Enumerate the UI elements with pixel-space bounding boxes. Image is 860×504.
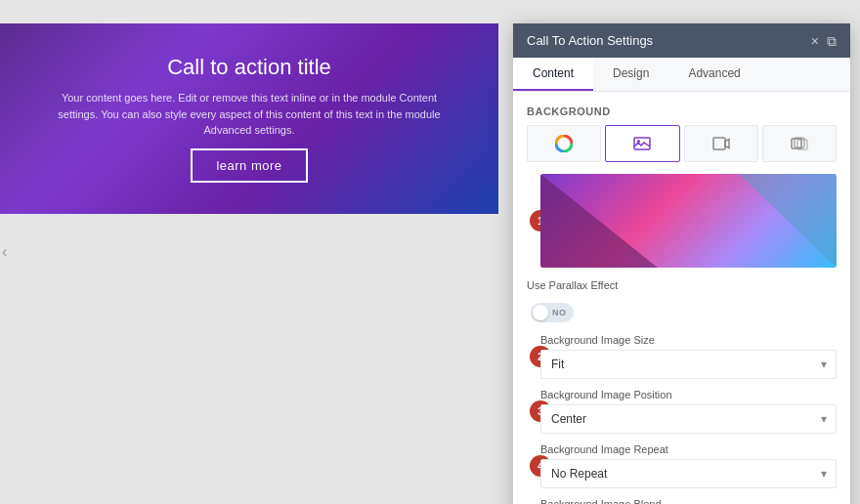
select-image-position[interactable]: Center Top Left Top Center Top Right Bot… (540, 404, 837, 434)
field-row-2: 2 Background Image Size Fit Cover Actual… (540, 334, 837, 379)
field-label-3: Background Image Position (540, 389, 837, 400)
field-label-4: Background Image Repeat (540, 443, 837, 455)
panel-body: Background 1 (513, 92, 850, 504)
bg-type-image[interactable] (605, 125, 679, 162)
cta-banner: Call to action title Your content goes h… (0, 23, 498, 214)
toggle-thumb (533, 305, 548, 320)
tab-design[interactable]: Design (593, 58, 668, 91)
tab-content[interactable]: Content (513, 58, 593, 91)
parallax-row: Use Parallax Effect (527, 279, 837, 291)
expand-icon[interactable]: ⧉ (827, 34, 837, 48)
bg-type-color[interactable] (527, 125, 601, 162)
select-image-repeat[interactable]: No Repeat Repeat Repeat X Repeat Y (540, 459, 837, 488)
select-wrapper-3: Center Top Left Top Center Top Right Bot… (540, 404, 837, 434)
bg-type-video[interactable] (684, 125, 758, 162)
cta-button[interactable]: learn more (191, 148, 307, 183)
panel-header: Call To Action Settings × ⧉ (513, 23, 850, 58)
panel-tabs: Content Design Advanced (513, 58, 850, 92)
field-row-3: 3 Background Image Position Center Top L… (540, 389, 837, 434)
background-section-label: Background (527, 105, 837, 117)
select-image-size[interactable]: Fit Cover Actual Size (540, 350, 837, 379)
parallax-label: Use Parallax Effect (527, 279, 618, 291)
select-wrapper-4: No Repeat Repeat Repeat X Repeat Y (540, 459, 837, 488)
close-icon[interactable]: × (811, 34, 819, 48)
cta-title: Call to action title (167, 55, 331, 80)
tab-advanced[interactable]: Advanced (668, 58, 759, 91)
bg-type-slideshow[interactable] (762, 125, 837, 162)
toggle-label: NO (552, 308, 567, 317)
field-row-4: 4 Background Image Repeat No Repeat Repe… (540, 443, 837, 488)
cta-subtitle: Your content goes here. Edit or remove t… (44, 90, 454, 139)
parallax-toggle[interactable]: NO (531, 303, 574, 322)
select-wrapper-2: Fit Cover Actual Size (540, 350, 837, 379)
panel-header-icons: × ⧉ (811, 34, 837, 48)
panel-title: Call To Action Settings (527, 33, 653, 48)
bg-type-row (527, 125, 837, 162)
field-row-5: 5 Background Image Blend Overlay Normal … (540, 498, 837, 504)
image-preview (540, 174, 837, 268)
settings-panel: Call To Action Settings × ⧉ Content Desi… (513, 23, 850, 504)
field-label-2: Background Image Size (540, 334, 837, 346)
left-arrow-icon[interactable]: ‹ (2, 243, 7, 261)
image-preview-inner (540, 174, 837, 268)
svg-rect-3 (713, 138, 725, 149)
field-label-5: Background Image Blend (540, 498, 837, 504)
